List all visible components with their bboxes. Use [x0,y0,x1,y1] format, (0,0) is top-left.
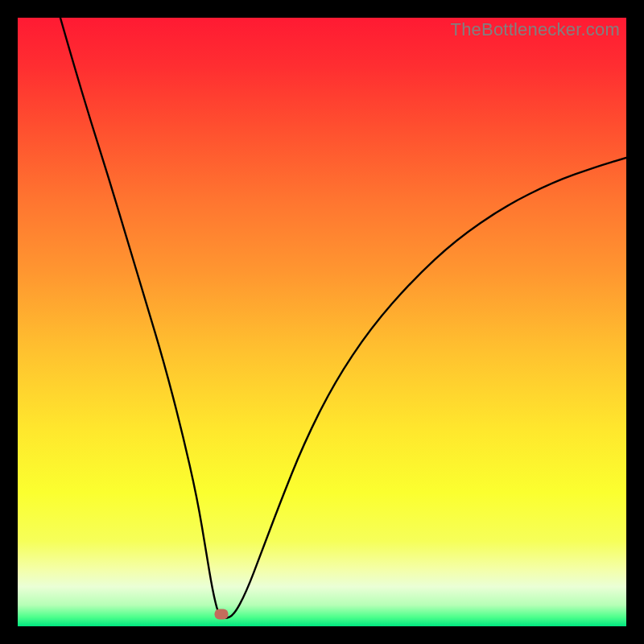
optimal-point-marker [215,609,229,619]
chart-frame: TheBottlenecker.com [18,18,626,626]
watermark-text: TheBottlenecker.com [451,19,620,40]
bottleneck-curve [18,18,626,626]
